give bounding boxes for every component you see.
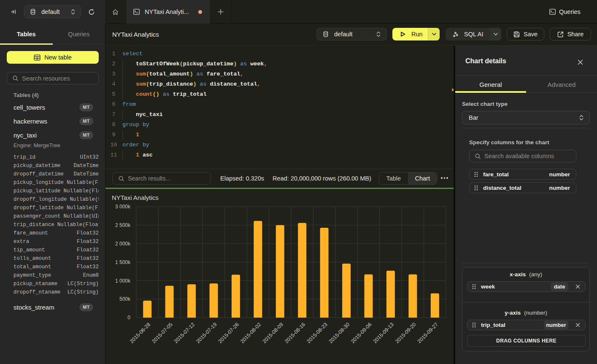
- svg-text:2015-09-13: 2015-09-13: [372, 321, 395, 344]
- svg-text:3 000k: 3 000k: [115, 204, 131, 210]
- svg-text:1 500k: 1 500k: [115, 259, 131, 265]
- svg-text:2015-06-28: 2015-06-28: [129, 321, 151, 344]
- svg-text:1 000k: 1 000k: [115, 278, 131, 284]
- svg-text:2015-07-19: 2015-07-19: [195, 321, 218, 344]
- svg-text:2015-07-05: 2015-07-05: [151, 321, 173, 344]
- svg-text:2015-09-20: 2015-09-20: [394, 321, 417, 344]
- svg-text:2015-09-27: 2015-09-27: [416, 321, 439, 344]
- svg-text:2015-08-30: 2015-08-30: [328, 321, 351, 344]
- svg-text:2015-07-26: 2015-07-26: [217, 321, 240, 344]
- svg-text:2015-08-02: 2015-08-02: [239, 321, 262, 344]
- svg-text:2 000k: 2 000k: [115, 241, 131, 247]
- svg-text:2 500k: 2 500k: [115, 222, 131, 228]
- svg-text:0: 0: [127, 315, 130, 321]
- svg-text:2015-07-12: 2015-07-12: [173, 321, 196, 344]
- svg-text:2015-08-16: 2015-08-16: [284, 321, 306, 344]
- svg-text:2015-08-09: 2015-08-09: [262, 321, 284, 344]
- svg-text:2015-09-06: 2015-09-06: [350, 321, 373, 344]
- svg-text:500k: 500k: [119, 296, 131, 302]
- svg-text:2015-08-23: 2015-08-23: [305, 321, 328, 344]
